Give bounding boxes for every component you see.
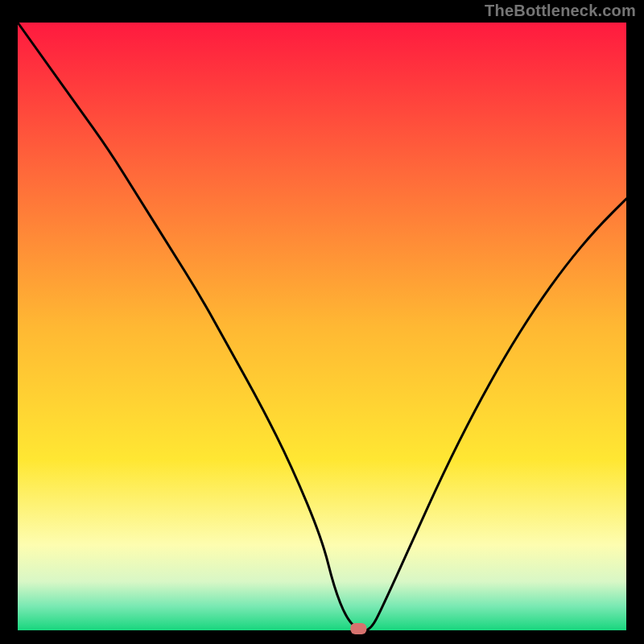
- plot-frame: [0, 630, 644, 644]
- optimum-marker: [350, 623, 366, 634]
- attribution-label: TheBottleneck.com: [485, 2, 636, 20]
- plot-frame: [0, 0, 18, 644]
- chart-canvas: [0, 0, 644, 644]
- plot-frame: [626, 0, 644, 644]
- bottleneck-chart: TheBottleneck.com: [0, 0, 644, 644]
